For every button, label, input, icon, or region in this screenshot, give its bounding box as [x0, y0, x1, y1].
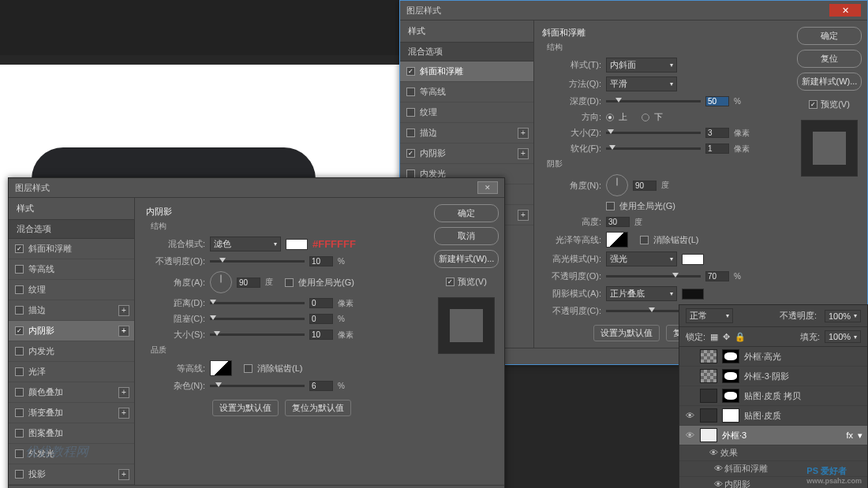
size-slider[interactable]	[210, 333, 305, 336]
style-inner-glow[interactable]: 内发光	[9, 341, 134, 362]
style-inner-shadow[interactable]: 内阴影+	[9, 321, 134, 341]
checkbox-icon[interactable]	[15, 449, 24, 458]
checkbox-icon[interactable]	[15, 347, 24, 356]
layer-thumb[interactable]	[700, 349, 717, 363]
visibility-icon[interactable]: 👁	[684, 411, 695, 420]
choke-slider[interactable]	[210, 318, 305, 320]
style-texture[interactable]: 纹理	[400, 102, 533, 123]
chevron-down-icon[interactable]: ▾	[858, 430, 862, 441]
layer-thumb[interactable]	[700, 369, 717, 383]
style-grad-overlay[interactable]: 渐变叠加+	[9, 403, 134, 423]
layer-row-active[interactable]: 👁外框·3fx▾	[679, 426, 867, 445]
depth-input[interactable]: 50	[705, 96, 729, 106]
ok-button[interactable]: 确定	[434, 204, 499, 222]
lock-pixels-icon[interactable]: ▦	[710, 332, 718, 342]
add-icon[interactable]: +	[518, 210, 529, 221]
checkbox-icon[interactable]	[15, 326, 24, 335]
style-bevel[interactable]: 斜面和浮雕	[400, 61, 533, 82]
style-stroke[interactable]: 描边+	[9, 300, 134, 321]
layer-thumb[interactable]	[700, 428, 717, 442]
angle-dial[interactable]	[210, 271, 232, 293]
visibility-icon[interactable]: 👁	[714, 479, 723, 488]
angle-input[interactable]: 90	[633, 181, 657, 191]
checkbox-icon[interactable]	[406, 149, 415, 158]
layer-row[interactable]: 👁贴图·皮质	[679, 406, 867, 426]
soften-slider[interactable]	[606, 147, 701, 150]
add-icon[interactable]: +	[118, 408, 129, 419]
lock-all-icon[interactable]: 🔒	[735, 332, 746, 342]
shadow-mode-select[interactable]: 正片叠底	[606, 286, 677, 301]
layer-effects[interactable]: 👁 效果	[679, 445, 867, 461]
checkbox-icon[interactable]	[15, 244, 24, 253]
cancel-button[interactable]: 取消	[434, 227, 499, 245]
new-style-button[interactable]: 新建样式(W)...	[434, 250, 499, 268]
layer-row[interactable]: 外框-3·阴影	[679, 367, 867, 386]
choke-input[interactable]: 0	[309, 314, 333, 324]
style-texture[interactable]: 纹理	[9, 280, 134, 300]
checkbox-icon[interactable]	[15, 265, 24, 274]
set-default-button[interactable]: 设置为默认值	[212, 400, 279, 416]
size-input[interactable]: 10	[309, 330, 333, 340]
distance-slider[interactable]	[210, 302, 305, 304]
style-drop-shadow[interactable]: 投影+	[9, 464, 134, 485]
blend-mode-select[interactable]: 滤色	[210, 237, 281, 251]
add-icon[interactable]: +	[118, 305, 129, 316]
style-select[interactable]: 内斜面	[606, 58, 677, 73]
close-icon[interactable]: ✕	[829, 4, 861, 17]
fill-select[interactable]: 100%	[825, 330, 861, 343]
layer-thumb[interactable]	[700, 389, 717, 403]
size-input[interactable]: 3	[705, 128, 729, 138]
style-contour[interactable]: 等高线	[9, 259, 134, 280]
dialog-titlebar[interactable]: 图层样式 ✕	[9, 178, 504, 198]
blend-mode-select[interactable]: 正常	[686, 308, 733, 323]
add-icon[interactable]: +	[118, 387, 129, 398]
reset-default-button[interactable]: 复位为默认值	[285, 400, 351, 416]
hl-opacity-slider[interactable]	[606, 275, 701, 278]
visibility-icon[interactable]: 👁	[714, 464, 723, 473]
lock-position-icon[interactable]: ✥	[723, 332, 730, 342]
checkbox-icon[interactable]	[406, 67, 415, 76]
opacity-input[interactable]: 10	[309, 256, 333, 266]
opacity-slider[interactable]	[210, 260, 305, 263]
gloss-contour[interactable]	[606, 232, 628, 248]
add-icon[interactable]: +	[518, 128, 529, 139]
global-light-checkbox[interactable]	[285, 278, 294, 287]
style-inner-shadow[interactable]: 内阴影+	[400, 143, 533, 164]
checkbox-icon[interactable]	[406, 88, 415, 96]
blend-options-row[interactable]: 混合选项	[9, 219, 134, 239]
layer-thumb[interactable]	[700, 408, 717, 423]
add-icon[interactable]: +	[118, 469, 129, 480]
dir-up-radio[interactable]	[606, 114, 614, 121]
dir-down-radio[interactable]	[642, 114, 649, 121]
size-slider[interactable]	[606, 132, 701, 134]
mask-thumb[interactable]	[722, 408, 739, 423]
checkbox-icon[interactable]	[15, 470, 24, 479]
checkbox-icon[interactable]	[406, 108, 415, 117]
checkbox-icon[interactable]	[15, 388, 24, 397]
style-pat-overlay[interactable]: 图案叠加	[9, 423, 134, 444]
style-color-overlay[interactable]: 颜色叠加+	[9, 382, 134, 403]
angle-input[interactable]: 90	[237, 278, 260, 288]
checkbox-icon[interactable]	[15, 285, 24, 294]
reset-button[interactable]: 复位	[797, 50, 862, 68]
technique-select[interactable]: 平滑	[606, 76, 677, 91]
blend-options-row[interactable]: 混合选项	[400, 42, 533, 61]
layer-row[interactable]: 贴图·皮质 拷贝	[679, 386, 867, 406]
visibility-icon[interactable]: 👁	[709, 448, 718, 457]
style-satin[interactable]: 光泽	[9, 362, 134, 382]
preview-checkbox[interactable]	[446, 278, 455, 286]
checkbox-icon[interactable]	[15, 306, 24, 315]
preview-checkbox[interactable]	[809, 100, 817, 109]
angle-dial[interactable]	[606, 174, 628, 196]
depth-slider[interactable]	[606, 100, 701, 102]
close-icon[interactable]: ✕	[477, 181, 498, 194]
opacity-select[interactable]: 100%	[825, 310, 861, 322]
hl-opacity-input[interactable]: 70	[705, 271, 729, 281]
layer-row[interactable]: 外框·高光	[679, 347, 867, 367]
mask-thumb[interactable]	[722, 389, 739, 403]
checkbox-icon[interactable]	[15, 367, 24, 376]
highlight-mode-select[interactable]: 强光	[606, 251, 677, 266]
ok-button[interactable]: 确定	[797, 27, 862, 45]
dialog-titlebar[interactable]: 图层样式 ✕	[400, 1, 867, 20]
shadow-color[interactable]	[682, 289, 704, 300]
